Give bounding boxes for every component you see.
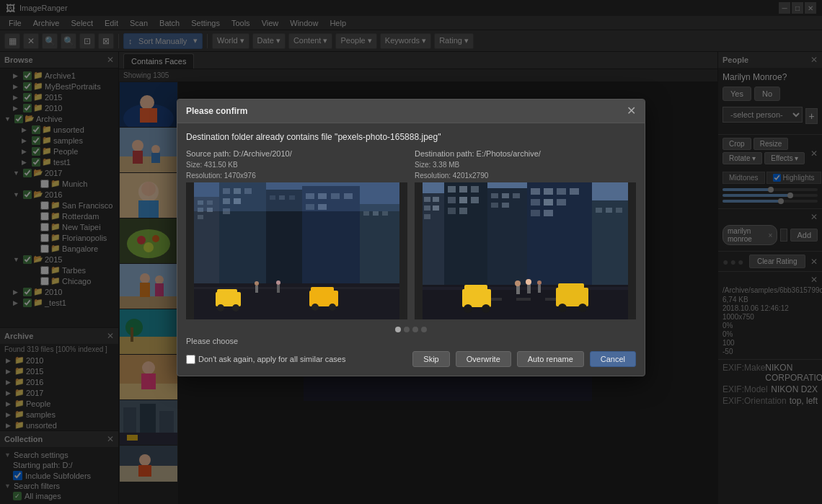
svg-rect-133 [423, 285, 628, 319]
confirm-modal: Please confirm ✕ Destination folder alre… [177, 99, 645, 376]
modal-dest-resolution: Resolution: 4201x2790 [415, 172, 636, 180]
cancel-button[interactable]: Cancel [590, 351, 636, 367]
dont-ask-text: Don't ask again, apply for all similar c… [198, 355, 345, 363]
svg-rect-124 [531, 199, 540, 205]
svg-rect-106 [459, 186, 467, 193]
svg-rect-111 [448, 208, 456, 214]
svg-point-88 [311, 304, 319, 311]
modal-source-size: Size: 431.50 KB [186, 161, 407, 169]
svg-rect-108 [448, 197, 456, 203]
svg-rect-109 [459, 197, 467, 203]
svg-rect-81 [194, 287, 399, 289]
svg-rect-121 [544, 188, 553, 195]
svg-rect-78 [373, 211, 379, 216]
svg-rect-102 [433, 205, 439, 211]
svg-rect-103 [424, 214, 430, 219]
modal-close-button[interactable]: ✕ [627, 105, 636, 117]
svg-point-89 [329, 304, 336, 311]
svg-rect-120 [531, 188, 540, 195]
modal-dest-label: Destination path: E:/Photos/archive/ [415, 149, 636, 158]
svg-rect-123 [570, 188, 579, 195]
svg-rect-139 [464, 285, 487, 295]
skip-button[interactable]: Skip [412, 351, 449, 367]
svg-rect-127 [531, 210, 540, 216]
svg-point-91 [255, 281, 259, 286]
svg-rect-150 [538, 285, 541, 293]
modal-body: Destination folder already contains file… [177, 123, 645, 376]
modal-warning-text: Destination folder already contains file… [186, 132, 636, 142]
svg-rect-55 [198, 215, 203, 219]
modal-source-image [186, 182, 407, 319]
svg-rect-130 [596, 208, 602, 213]
svg-rect-115 [502, 193, 509, 198]
dont-ask-label[interactable]: Don't ask again, apply for all similar c… [186, 355, 345, 364]
svg-rect-94 [194, 182, 399, 211]
svg-point-84 [217, 304, 224, 311]
modal-dest-image [415, 182, 636, 319]
svg-rect-118 [502, 203, 509, 208]
svg-point-93 [276, 280, 280, 285]
modal-pagination [186, 327, 636, 332]
modal-compare-area: Source path: D:/Archive/2010/ Size: 431.… [186, 149, 636, 319]
modal-footer-label: Please choose [186, 337, 636, 345]
pagination-dot-3[interactable] [412, 327, 418, 332]
overwrite-button[interactable]: Overwrite [456, 351, 511, 367]
svg-rect-87 [311, 287, 334, 296]
modal-source-resolution: Resolution: 1470x976 [186, 172, 407, 180]
modal-overlay: Please confirm ✕ Destination folder alre… [0, 0, 822, 504]
svg-rect-117 [491, 203, 498, 208]
svg-rect-110 [471, 197, 479, 203]
dont-ask-checkbox[interactable] [186, 355, 195, 364]
svg-rect-143 [558, 283, 584, 293]
svg-rect-114 [491, 193, 498, 198]
svg-rect-99 [424, 197, 430, 202]
svg-point-140 [464, 304, 472, 313]
svg-rect-116 [513, 193, 520, 198]
modal-dest-size: Size: 3.38 MB [415, 161, 636, 169]
svg-rect-128 [544, 210, 553, 216]
svg-rect-83 [217, 289, 237, 296]
svg-rect-105 [448, 186, 456, 193]
auto-rename-button[interactable]: Auto rename [517, 351, 584, 367]
svg-rect-100 [433, 197, 439, 202]
svg-point-145 [578, 304, 587, 312]
modal-source-label: Source path: D:/Archive/2010/ [186, 149, 407, 158]
svg-rect-132 [616, 208, 622, 213]
source-image-svg [194, 182, 399, 319]
svg-point-151 [537, 280, 542, 285]
modal-actions: Don't ask again, apply for all similar c… [186, 351, 636, 367]
svg-rect-92 [277, 285, 280, 293]
svg-rect-90 [255, 286, 258, 293]
svg-point-147 [515, 280, 521, 286]
svg-point-85 [232, 304, 239, 311]
svg-point-149 [526, 279, 531, 285]
pagination-dot-4[interactable] [421, 327, 427, 332]
svg-rect-134 [423, 287, 628, 290]
svg-rect-112 [459, 208, 467, 214]
svg-point-141 [482, 304, 490, 313]
modal-title: Please confirm [186, 106, 247, 116]
modal-source-side: Source path: D:/Archive/2010/ Size: 431.… [186, 149, 407, 319]
dest-image-svg [423, 182, 628, 319]
svg-rect-146 [516, 286, 520, 294]
svg-rect-101 [424, 205, 430, 211]
svg-rect-148 [527, 284, 531, 293]
svg-rect-107 [471, 186, 479, 193]
svg-rect-136 [516, 298, 531, 301]
modal-header: Please confirm ✕ [177, 100, 645, 123]
svg-point-144 [558, 304, 567, 312]
svg-rect-126 [557, 199, 566, 205]
pagination-dot-1[interactable] [395, 327, 401, 332]
modal-dest-side: Destination path: E:/Photos/archive/ Siz… [415, 149, 636, 319]
svg-rect-125 [544, 199, 553, 205]
svg-rect-131 [606, 208, 612, 213]
pagination-dot-2[interactable] [404, 327, 410, 332]
svg-rect-79 [382, 211, 388, 216]
svg-rect-77 [363, 211, 369, 216]
svg-rect-122 [557, 188, 566, 195]
